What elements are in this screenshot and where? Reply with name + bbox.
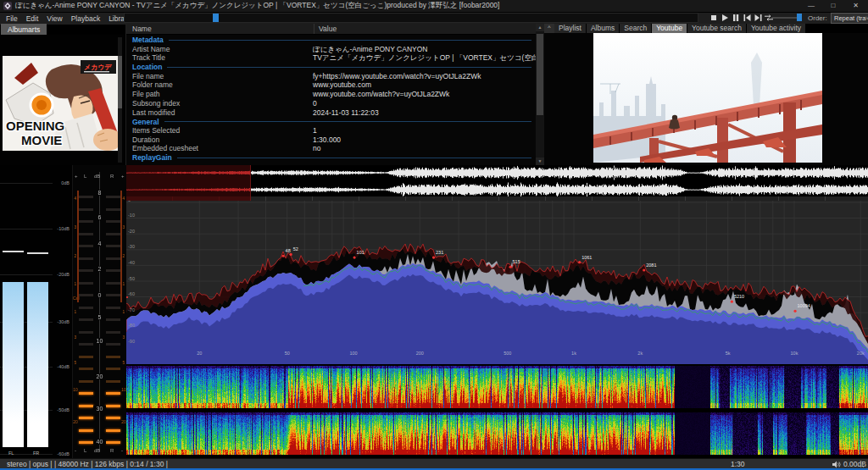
waveform-seekbar[interactable] bbox=[125, 165, 868, 201]
meter-scale-number: 20 bbox=[93, 373, 106, 379]
properties-rows: MetadataArtist Nameぽにきゃん-Anime PONY CANY… bbox=[126, 36, 536, 165]
meter-scale-number: 2 bbox=[93, 266, 106, 272]
svg-text:5210: 5210 bbox=[734, 294, 744, 299]
property-name: Artist Name bbox=[126, 45, 313, 54]
meter-segment bbox=[106, 233, 120, 235]
meter-side-number: 1 bbox=[121, 309, 126, 314]
svg-text:-30: -30 bbox=[128, 244, 135, 249]
property-row[interactable]: Track TitleTVアニメ「メカウデ」ノンクレジットOP | 「VORTE… bbox=[126, 53, 536, 63]
section-title: ReplayGain bbox=[132, 153, 172, 162]
property-row[interactable]: Items Selected1 bbox=[126, 126, 536, 135]
property-row[interactable]: File pathwww.youtube.com/watch?v=uyOtJLa… bbox=[126, 90, 536, 99]
meter-segment bbox=[106, 331, 120, 334]
resize-grip[interactable] bbox=[860, 462, 866, 468]
meter-db-label: -30dB bbox=[49, 319, 70, 324]
meter-segment bbox=[79, 307, 93, 309]
meter-header-bottom: R bbox=[110, 448, 114, 453]
svg-text:-40: -40 bbox=[128, 260, 135, 265]
channel-label: FR bbox=[33, 451, 39, 456]
meter-header-top: + bbox=[121, 174, 125, 179]
speaker-icon[interactable] bbox=[832, 461, 841, 468]
video-panel[interactable] bbox=[544, 33, 868, 165]
meter-scale-number: 6 bbox=[93, 214, 106, 220]
close-button[interactable]: ✕ bbox=[844, 0, 867, 12]
caption-movie: MOVIE bbox=[21, 133, 62, 147]
menu-item-view[interactable]: View bbox=[42, 13, 66, 25]
properties-scrollbar-thumb[interactable] bbox=[537, 34, 543, 115]
pause-button[interactable] bbox=[731, 12, 741, 24]
property-section-location: Location bbox=[126, 63, 536, 72]
tab-youtube[interactable]: Youtube bbox=[652, 24, 687, 33]
collapse-button[interactable]: ^ bbox=[544, 24, 554, 33]
previous-button[interactable] bbox=[742, 12, 752, 24]
svg-text:515: 515 bbox=[513, 259, 520, 264]
play-button[interactable] bbox=[720, 12, 730, 24]
meter-segment bbox=[106, 356, 120, 358]
next-icon bbox=[754, 14, 762, 21]
spectrum-analyzer: 0-10-20-30-40-50-60-70-80-90205010020050… bbox=[125, 201, 868, 364]
maximize-button[interactable]: □ bbox=[822, 0, 844, 12]
property-value: www.youtube.com bbox=[313, 80, 371, 89]
menu-item-playback[interactable]: Playback bbox=[67, 13, 105, 25]
column-divider[interactable] bbox=[314, 24, 314, 34]
seekbar-handle[interactable] bbox=[213, 14, 219, 22]
tab-albums[interactable]: Albums bbox=[587, 24, 620, 33]
property-value: ぽにきゃん-Anime PONY CANYON bbox=[313, 45, 427, 53]
pause-icon bbox=[732, 14, 739, 21]
spectrum-plot: 0-10-20-30-40-50-60-70-80-90205010020050… bbox=[125, 201, 868, 364]
stop-button[interactable] bbox=[709, 12, 719, 24]
title-bar[interactable]: ぽにきゃん-Anime PONY CANYON - TVアニメ「メカウデ」ノンク… bbox=[0, 0, 868, 12]
column-name[interactable]: Name bbox=[132, 25, 152, 33]
scroll-down-icon[interactable]: ▼ bbox=[536, 158, 544, 165]
svg-text:0: 0 bbox=[128, 201, 131, 202]
meter-segment bbox=[79, 282, 93, 285]
svg-text:-50: -50 bbox=[128, 276, 135, 281]
property-value: www.youtube.com/watch?v=uyOtJLa2ZWk bbox=[313, 90, 449, 98]
meter-scale-number: 40 bbox=[93, 439, 106, 445]
albumart-scrollbar-thumb[interactable] bbox=[118, 56, 122, 108]
meter-segment bbox=[79, 343, 93, 346]
tab-albumarts[interactable]: Albumarts bbox=[1, 24, 47, 36]
property-row[interactable]: Embedded cuesheetno bbox=[126, 144, 536, 153]
order-dropdown[interactable]: Repeat (tra ˅ bbox=[831, 13, 868, 24]
waveform-canvas[interactable] bbox=[125, 165, 868, 201]
tab-youtube-search[interactable]: Youtube search bbox=[687, 24, 747, 33]
meter-header-top: L bbox=[84, 174, 86, 179]
meter-segment bbox=[79, 405, 93, 407]
meter-segment bbox=[79, 245, 93, 247]
scroll-up-icon[interactable]: ▲ bbox=[536, 24, 544, 31]
volume-handle[interactable] bbox=[797, 14, 802, 21]
albumart-panel[interactable]: メカウデ OPENING MOVIE bbox=[0, 35, 125, 165]
tab-search[interactable]: Search bbox=[620, 24, 652, 33]
property-row[interactable]: Subsong index0 bbox=[126, 99, 536, 108]
meter-scale-number: 30 bbox=[93, 406, 106, 412]
column-value[interactable]: Value bbox=[319, 25, 337, 33]
meter-segment bbox=[79, 368, 93, 370]
meter-segment bbox=[106, 282, 120, 285]
meter-side-number: 3 bbox=[121, 335, 126, 340]
mecha-ude-logo: メカウデ bbox=[84, 64, 113, 71]
menu-item-file[interactable]: File bbox=[2, 13, 22, 25]
property-row[interactable]: Folder namewww.youtube.com bbox=[126, 80, 536, 90]
meter-segment bbox=[79, 392, 93, 395]
next-button[interactable] bbox=[753, 12, 763, 24]
svg-text:20: 20 bbox=[197, 351, 202, 356]
minimize-button[interactable]: — bbox=[800, 0, 822, 12]
seekbar[interactable] bbox=[124, 13, 698, 23]
meter-segment bbox=[106, 196, 120, 198]
property-section-replaygain: ReplayGain bbox=[126, 153, 536, 163]
property-row[interactable]: Last modified2024-11-03 11:22:03 bbox=[126, 108, 536, 118]
tab-playlist[interactable]: Playlist bbox=[554, 24, 587, 33]
property-row[interactable]: Artist Nameぽにきゃん-Anime PONY CANYON bbox=[126, 45, 536, 54]
meter-segment bbox=[79, 208, 93, 211]
channel-label: FL bbox=[8, 451, 14, 456]
property-row[interactable]: File namefy+https://www.youtube.com/watc… bbox=[126, 72, 536, 81]
svg-text:1061: 1061 bbox=[581, 255, 592, 260]
menu-item-edit[interactable]: Edit bbox=[22, 13, 43, 25]
meter-side-number: 10 bbox=[121, 387, 126, 392]
meter-segment bbox=[79, 294, 93, 296]
svg-text:10k: 10k bbox=[791, 351, 798, 356]
tab-youtube-activity[interactable]: Youtube activity bbox=[747, 24, 806, 33]
stop-icon bbox=[710, 14, 717, 21]
property-row[interactable]: Duration1:30.000 bbox=[126, 135, 536, 145]
